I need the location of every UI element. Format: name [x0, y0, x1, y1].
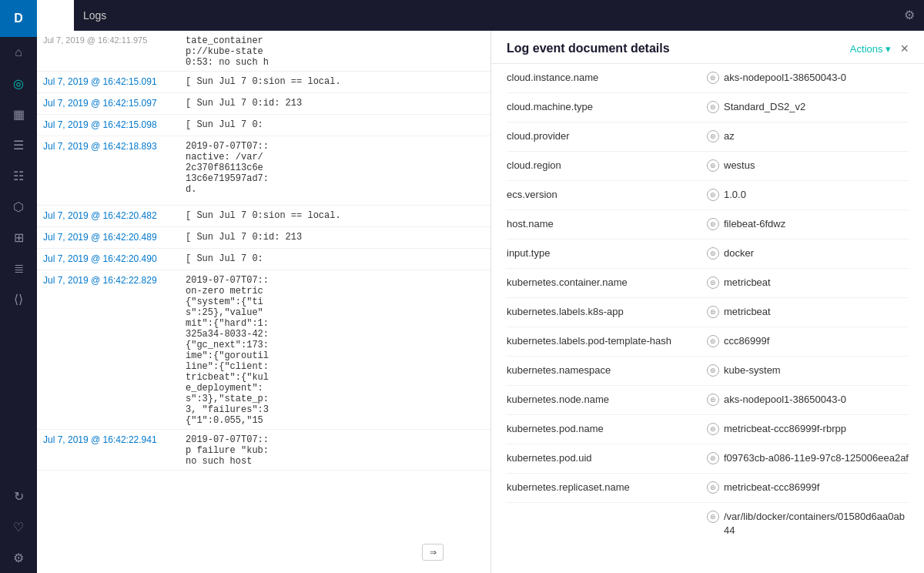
log-message: [ Sun Jul 7 0:: [186, 118, 484, 132]
field-value-text: metricbeat-ccc86999f-rbrpp: [724, 422, 846, 436]
field-value-text: ccc86999f: [724, 334, 769, 348]
list-item-1[interactable]: Jul 7, 2019 @ 16:42:15.091 [ Sun Jul 7 0…: [37, 72, 490, 93]
filter-icon[interactable]: ⊜: [707, 130, 719, 142]
filter-icon[interactable]: ⊜: [707, 72, 719, 84]
field-key: ecs.version: [507, 188, 707, 200]
log-timestamp: Jul 7, 2019 @ 16:42:18.893: [43, 139, 186, 202]
filter-icon[interactable]: ⊜: [707, 423, 719, 435]
table-row: kubernetes.pod.name ⊜ metricbeat-ccc8699…: [507, 415, 909, 444]
field-value: ⊜ 1.0.0: [707, 188, 909, 202]
filter-icon[interactable]: ⊜: [707, 159, 719, 172]
field-value: ⊜ westus: [707, 159, 909, 173]
field-value: ⊜ metricbeat-ccc86999f-rbrpp: [707, 422, 909, 436]
list-item-2[interactable]: Jul 7, 2019 @ 16:42:15.097 [ Sun Jul 7 0…: [37, 93, 490, 115]
gear-icon[interactable]: ⚙: [0, 542, 37, 573]
table-row: cloud.provider ⊜ az: [507, 122, 909, 152]
log-message: [ Sun Jul 7 0:sion == local.: [186, 209, 484, 223]
topbar: Logs ⚙: [74, 0, 924, 31]
log-message: [ Sun Jul 7 0:sion == local.: [186, 75, 484, 89]
filter-icon[interactable]: ⊜: [707, 511, 719, 523]
field-value: ⊜ ccc86999f: [707, 334, 909, 348]
field-value: ⊜ kube-system: [707, 364, 909, 377]
field-value-text: metricbeat: [724, 276, 771, 290]
list-item-9[interactable]: Jul 7, 2019 @ 16:42:22.941 2019-07-07T07…: [37, 430, 490, 471]
table-row: kubernetes.namespace ⊜ kube-system: [507, 357, 909, 386]
field-value-text: f09763cb-a086-11e9-97c8-125006eea2af: [724, 451, 909, 465]
filter-icon[interactable]: ⊜: [707, 218, 719, 230]
field-value-text: kube-system: [724, 364, 781, 377]
log-timestamp: Jul 7, 2019 @ 16:42:20.482: [43, 209, 186, 223]
log-message: 2019-07-07T07:: on-zero metric {"system"…: [186, 273, 484, 426]
field-value-text: /var/lib/docker/containers/01580d6aa0ab4…: [724, 510, 909, 538]
table-row: ecs.version ⊜ 1.0.0: [507, 181, 909, 210]
list-item-3[interactable]: Jul 7, 2019 @ 16:42:15.098 [ Sun Jul 7 0…: [37, 115, 490, 136]
log-entry-top-partial[interactable]: Jul 7, 2019 @ 16:42:11.975 tate_containe…: [37, 31, 490, 72]
filter-icon[interactable]: ⊜: [707, 306, 719, 318]
table-row: kubernetes.pod.uid ⊜ f09763cb-a086-11e9-…: [507, 444, 909, 474]
document-icon[interactable]: ☷: [0, 160, 37, 191]
close-button[interactable]: ×: [900, 42, 909, 55]
home-icon[interactable]: ⌂: [0, 37, 37, 68]
table-row: kubernetes.replicaset.name ⊜ metricbeat-…: [507, 474, 909, 503]
filter-icon[interactable]: ⊜: [707, 452, 719, 464]
page-title: Logs: [83, 9, 106, 22]
list-item-6[interactable]: Jul 7, 2019 @ 16:42:20.489 [ Sun Jul 7 0…: [37, 227, 490, 249]
layers-icon[interactable]: ☰: [0, 129, 37, 160]
field-key: kubernetes.labels.pod-template-hash: [507, 334, 707, 347]
heart-icon[interactable]: ♡: [0, 511, 37, 542]
field-value: ⊜ aks-nodepool1-38650043-0: [707, 393, 909, 407]
log-timestamp: Jul 7, 2019 @ 16:42:11.975: [43, 34, 186, 68]
field-key: kubernetes.namespace: [507, 364, 707, 376]
list-item-8[interactable]: Jul 7, 2019 @ 16:42:22.829 2019-07-07T07…: [37, 270, 490, 430]
table-row: cloud.region ⊜ westus: [507, 152, 909, 181]
field-key: [507, 510, 707, 511]
plugin-icon[interactable]: ⊞: [0, 222, 37, 253]
log-timestamp: Jul 7, 2019 @ 16:42:22.829: [43, 273, 186, 426]
filter-icon[interactable]: ⊜: [707, 101, 719, 113]
log-message: 2019-07-07T07:: p failure "kub: no such …: [186, 433, 484, 467]
table-row: cloud.machine.type ⊜ Standard_DS2_v2: [507, 93, 909, 122]
detail-panel-header: Log event document details Actions ▾ ×: [491, 31, 924, 64]
log-message: [ Sun Jul 7 0:: [186, 252, 484, 266]
actions-button[interactable]: Actions ▾: [850, 43, 892, 55]
table-row: cloud.instance.name ⊜ aks-nodepool1-3865…: [507, 64, 909, 93]
chart-icon[interactable]: ▦: [0, 99, 37, 129]
list-item-7[interactable]: Jul 7, 2019 @ 16:42:20.490 [ Sun Jul 7 0…: [37, 249, 490, 270]
topbar-settings-icon[interactable]: ⚙: [904, 8, 915, 22]
list-item-4[interactable]: Jul 7, 2019 @ 16:42:18.893 2019-07-07T07…: [37, 136, 490, 206]
chevron-down-icon: ▾: [886, 43, 891, 55]
filter-icon[interactable]: ⊜: [707, 189, 719, 201]
field-value: ⊜ metricbeat: [707, 305, 909, 319]
log-timestamp: Jul 7, 2019 @ 16:42:15.097: [43, 96, 186, 111]
field-value: ⊜ metricbeat-ccc86999f: [707, 481, 909, 494]
log-timestamp: Jul 7, 2019 @ 16:42:20.490: [43, 252, 186, 266]
filter-icon[interactable]: ⊜: [707, 481, 719, 494]
field-value-text: filebeat-6fdwz: [724, 217, 785, 231]
log-message: 2019-07-07T07:: nactive: /var/ 2c370f861…: [186, 139, 484, 202]
list-icon[interactable]: ≣: [0, 253, 37, 283]
field-value: ⊜ f09763cb-a086-11e9-97c8-125006eea2af: [707, 451, 909, 465]
log-timestamp: Jul 7, 2019 @ 16:42:22.941: [43, 433, 186, 467]
refresh-icon[interactable]: ↻: [0, 481, 37, 511]
field-value-text: metricbeat-ccc86999f: [724, 481, 819, 494]
filter-icon[interactable]: ⊜: [707, 247, 719, 260]
field-key: cloud.region: [507, 159, 707, 171]
main-area: Logs ⚙ Jul 7, 2019 @ 16:42:11.975 tate_c…: [37, 0, 924, 573]
field-value: ⊜ metricbeat: [707, 276, 909, 290]
log-timestamp: Jul 7, 2019 @ 16:42:15.098: [43, 118, 186, 132]
filter-icon[interactable]: ⊜: [707, 364, 719, 377]
table-row: input.type ⊜ docker: [507, 240, 909, 269]
compass-icon[interactable]: ◎: [0, 68, 37, 99]
code-icon[interactable]: ⟨⟩: [0, 283, 37, 314]
filter-icon[interactable]: ⊜: [707, 394, 719, 406]
table-row: kubernetes.labels.k8s-app ⊜ metricbeat: [507, 298, 909, 327]
app-logo[interactable]: D: [0, 0, 37, 37]
field-value-text: aks-nodepool1-38650043-0: [724, 71, 846, 85]
field-key: cloud.machine.type: [507, 100, 707, 112]
user-icon[interactable]: ⬡: [0, 191, 37, 222]
filter-icon[interactable]: ⊜: [707, 276, 719, 289]
list-item-5[interactable]: Jul 7, 2019 @ 16:42:20.482 [ Sun Jul 7 0…: [37, 206, 490, 227]
expand-panel-button[interactable]: ⇒: [422, 544, 444, 561]
field-key: input.type: [507, 246, 707, 259]
filter-icon[interactable]: ⊜: [707, 335, 719, 347]
